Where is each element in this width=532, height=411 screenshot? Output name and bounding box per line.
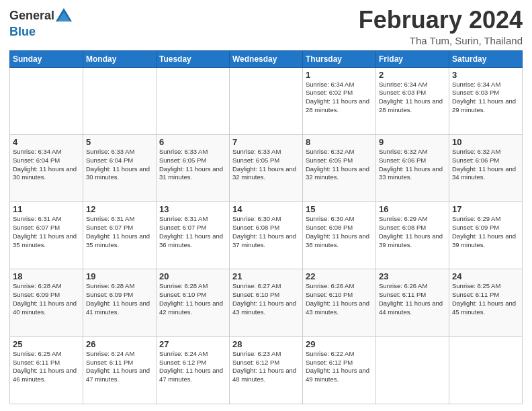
- day-info: Sunrise: 6:31 AM Sunset: 6:07 PM Dayligh…: [86, 215, 153, 249]
- day-number: 12: [86, 204, 153, 214]
- day-number: 28: [232, 339, 300, 349]
- calendar-day-cell: [10, 67, 83, 134]
- calendar-day-cell: 8Sunrise: 6:32 AM Sunset: 6:05 PM Daylig…: [303, 134, 376, 201]
- day-number: 5: [86, 137, 153, 147]
- calendar-day-cell: [83, 67, 157, 134]
- calendar-day-cell: 3Sunrise: 6:34 AM Sunset: 6:03 PM Daylig…: [449, 67, 523, 134]
- calendar-week-row: 25Sunrise: 6:25 AM Sunset: 6:11 PM Dayli…: [10, 336, 523, 404]
- day-number: 19: [86, 271, 153, 281]
- calendar-day-cell: 15Sunrise: 6:30 AM Sunset: 6:08 PM Dayli…: [303, 202, 376, 269]
- day-number: 1: [306, 70, 373, 80]
- calendar-day-cell: [376, 336, 449, 404]
- day-number: 15: [306, 204, 373, 214]
- day-info: Sunrise: 6:33 AM Sunset: 6:05 PM Dayligh…: [159, 148, 226, 182]
- day-number: 25: [13, 339, 80, 349]
- calendar-day-cell: 16Sunrise: 6:29 AM Sunset: 6:08 PM Dayli…: [376, 202, 449, 269]
- day-info: Sunrise: 6:25 AM Sunset: 6:11 PM Dayligh…: [452, 282, 519, 316]
- calendar-day-cell: 9Sunrise: 6:32 AM Sunset: 6:06 PM Daylig…: [376, 134, 449, 201]
- calendar-day-cell: 19Sunrise: 6:28 AM Sunset: 6:09 PM Dayli…: [83, 269, 157, 336]
- calendar-day-cell: 18Sunrise: 6:28 AM Sunset: 6:09 PM Dayli…: [10, 269, 83, 336]
- weekday-header: Tuesday: [157, 50, 230, 67]
- weekday-header: Saturday: [449, 50, 523, 67]
- day-info: Sunrise: 6:29 AM Sunset: 6:09 PM Dayligh…: [452, 215, 519, 249]
- day-number: 4: [13, 137, 80, 147]
- day-info: Sunrise: 6:33 AM Sunset: 6:05 PM Dayligh…: [232, 148, 300, 182]
- calendar-day-cell: [157, 67, 230, 134]
- day-number: 16: [379, 204, 446, 214]
- weekday-header: Wednesday: [230, 50, 303, 67]
- day-info: Sunrise: 6:25 AM Sunset: 6:11 PM Dayligh…: [13, 350, 80, 384]
- day-info: Sunrise: 6:28 AM Sunset: 6:09 PM Dayligh…: [13, 282, 80, 316]
- day-info: Sunrise: 6:30 AM Sunset: 6:08 PM Dayligh…: [232, 215, 300, 249]
- calendar-day-cell: 24Sunrise: 6:25 AM Sunset: 6:11 PM Dayli…: [449, 269, 523, 336]
- day-info: Sunrise: 6:32 AM Sunset: 6:06 PM Dayligh…: [452, 148, 519, 182]
- title-block: February 2024 Tha Tum, Surin, Thailand: [359, 7, 523, 46]
- calendar-day-cell: 11Sunrise: 6:31 AM Sunset: 6:07 PM Dayli…: [10, 202, 83, 269]
- logo-blue: Blue: [9, 26, 73, 39]
- weekday-header: Monday: [83, 50, 157, 67]
- day-info: Sunrise: 6:31 AM Sunset: 6:07 PM Dayligh…: [159, 215, 226, 249]
- weekday-header: Friday: [376, 50, 449, 67]
- day-number: 6: [159, 137, 226, 147]
- day-info: Sunrise: 6:32 AM Sunset: 6:06 PM Dayligh…: [379, 148, 446, 182]
- calendar-day-cell: 21Sunrise: 6:27 AM Sunset: 6:10 PM Dayli…: [230, 269, 303, 336]
- weekday-header: Thursday: [303, 50, 376, 67]
- header: General Blue February 2024 Tha Tum, Suri…: [9, 7, 523, 46]
- calendar-day-cell: [449, 336, 523, 404]
- day-number: 11: [13, 204, 80, 214]
- calendar-table: SundayMondayTuesdayWednesdayThursdayFrid…: [9, 50, 523, 404]
- calendar-day-cell: 22Sunrise: 6:26 AM Sunset: 6:10 PM Dayli…: [303, 269, 376, 336]
- day-info: Sunrise: 6:33 AM Sunset: 6:04 PM Dayligh…: [86, 148, 153, 182]
- calendar-day-cell: 4Sunrise: 6:34 AM Sunset: 6:04 PM Daylig…: [10, 134, 83, 201]
- day-info: Sunrise: 6:23 AM Sunset: 6:12 PM Dayligh…: [232, 350, 300, 384]
- day-number: 23: [379, 271, 446, 281]
- day-info: Sunrise: 6:34 AM Sunset: 6:02 PM Dayligh…: [306, 81, 373, 115]
- day-info: Sunrise: 6:28 AM Sunset: 6:10 PM Dayligh…: [159, 282, 226, 316]
- calendar-day-cell: 23Sunrise: 6:26 AM Sunset: 6:11 PM Dayli…: [376, 269, 449, 336]
- calendar-day-cell: 28Sunrise: 6:23 AM Sunset: 6:12 PM Dayli…: [230, 336, 303, 404]
- calendar-day-cell: 2Sunrise: 6:34 AM Sunset: 6:03 PM Daylig…: [376, 67, 449, 134]
- day-info: Sunrise: 6:31 AM Sunset: 6:07 PM Dayligh…: [13, 215, 80, 249]
- weekday-header: Sunday: [10, 50, 83, 67]
- day-info: Sunrise: 6:30 AM Sunset: 6:08 PM Dayligh…: [306, 215, 373, 249]
- day-number: 10: [452, 137, 519, 147]
- day-info: Sunrise: 6:26 AM Sunset: 6:11 PM Dayligh…: [379, 282, 446, 316]
- calendar-day-cell: 5Sunrise: 6:33 AM Sunset: 6:04 PM Daylig…: [83, 134, 157, 201]
- calendar-day-cell: 7Sunrise: 6:33 AM Sunset: 6:05 PM Daylig…: [230, 134, 303, 201]
- calendar-day-cell: 10Sunrise: 6:32 AM Sunset: 6:06 PM Dayli…: [449, 134, 523, 201]
- day-info: Sunrise: 6:24 AM Sunset: 6:12 PM Dayligh…: [159, 350, 226, 384]
- title-month: February 2024: [359, 7, 523, 34]
- day-number: 27: [159, 339, 226, 349]
- calendar-week-row: 1Sunrise: 6:34 AM Sunset: 6:02 PM Daylig…: [10, 67, 523, 134]
- day-info: Sunrise: 6:32 AM Sunset: 6:05 PM Dayligh…: [306, 148, 373, 182]
- calendar-header-row: SundayMondayTuesdayWednesdayThursdayFrid…: [10, 50, 523, 67]
- day-number: 9: [379, 137, 446, 147]
- title-location: Tha Tum, Surin, Thailand: [359, 35, 523, 46]
- day-number: 3: [452, 70, 519, 80]
- calendar-day-cell: 25Sunrise: 6:25 AM Sunset: 6:11 PM Dayli…: [10, 336, 83, 404]
- day-number: 8: [306, 137, 373, 147]
- calendar-day-cell: [230, 67, 303, 134]
- day-number: 18: [13, 271, 80, 281]
- calendar-week-row: 18Sunrise: 6:28 AM Sunset: 6:09 PM Dayli…: [10, 269, 523, 336]
- page: General Blue February 2024 Tha Tum, Suri…: [0, 0, 532, 411]
- day-number: 29: [306, 339, 373, 349]
- day-info: Sunrise: 6:22 AM Sunset: 6:12 PM Dayligh…: [306, 350, 373, 384]
- calendar-week-row: 11Sunrise: 6:31 AM Sunset: 6:07 PM Dayli…: [10, 202, 523, 269]
- calendar-day-cell: 27Sunrise: 6:24 AM Sunset: 6:12 PM Dayli…: [157, 336, 230, 404]
- calendar-day-cell: 12Sunrise: 6:31 AM Sunset: 6:07 PM Dayli…: [83, 202, 157, 269]
- day-info: Sunrise: 6:28 AM Sunset: 6:09 PM Dayligh…: [86, 282, 153, 316]
- day-info: Sunrise: 6:34 AM Sunset: 6:04 PM Dayligh…: [13, 148, 80, 182]
- day-number: 17: [452, 204, 519, 214]
- day-number: 24: [452, 271, 519, 281]
- calendar-week-row: 4Sunrise: 6:34 AM Sunset: 6:04 PM Daylig…: [10, 134, 523, 201]
- day-number: 14: [232, 204, 300, 214]
- day-info: Sunrise: 6:34 AM Sunset: 6:03 PM Dayligh…: [379, 81, 446, 115]
- day-number: 13: [159, 204, 226, 214]
- logo-icon: [54, 7, 73, 26]
- day-info: Sunrise: 6:27 AM Sunset: 6:10 PM Dayligh…: [232, 282, 300, 316]
- day-number: 22: [306, 271, 373, 281]
- calendar-day-cell: 6Sunrise: 6:33 AM Sunset: 6:05 PM Daylig…: [157, 134, 230, 201]
- logo-general: General: [9, 9, 54, 23]
- logo: General Blue: [9, 7, 73, 39]
